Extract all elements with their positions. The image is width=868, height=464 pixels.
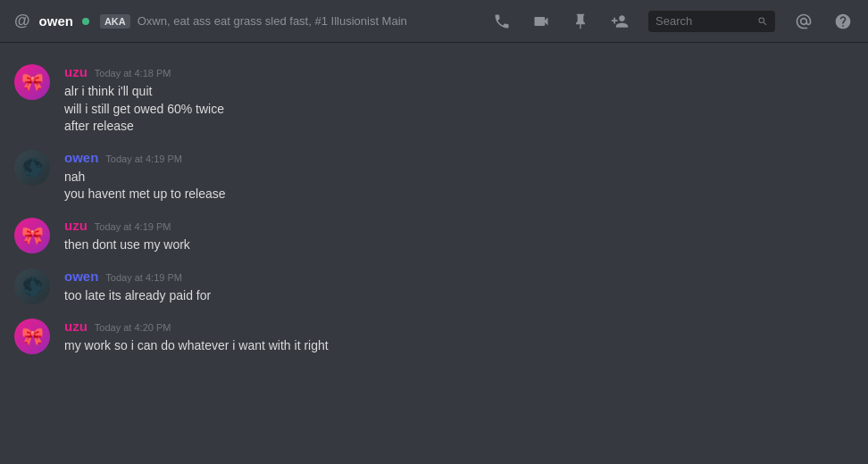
message-content: uzuToday at 4:20 PMmy work so i can do w… bbox=[64, 319, 854, 355]
header-toolbar bbox=[491, 11, 854, 32]
message-text: my work so i can do whatever i want with… bbox=[64, 337, 854, 355]
message-author[interactable]: owen bbox=[64, 150, 98, 165]
message-text: you havent met up to release bbox=[64, 186, 854, 203]
message-header: owenToday at 4:19 PM bbox=[64, 150, 854, 165]
video-call-icon[interactable] bbox=[530, 11, 552, 32]
message-text: too late its already paid for bbox=[64, 287, 854, 305]
message-author[interactable]: uzu bbox=[64, 319, 88, 334]
message-text: nah bbox=[64, 169, 854, 186]
header-username: owen bbox=[39, 13, 73, 29]
mention-icon[interactable] bbox=[793, 11, 814, 32]
message-header: uzuToday at 4:18 PM bbox=[64, 64, 854, 79]
avatar bbox=[14, 269, 50, 304]
avatar bbox=[14, 319, 50, 354]
aka-text: Oxwn, eat ass eat grass sled fast, #1 Il… bbox=[138, 14, 407, 28]
message-header: owenToday at 4:19 PM bbox=[64, 269, 854, 284]
message-timestamp: Today at 4:19 PM bbox=[105, 153, 182, 164]
messages-area: uzuToday at 4:18 PMalr i think i'll quit… bbox=[0, 43, 868, 464]
message-content: uzuToday at 4:19 PMthen dont use my work bbox=[64, 218, 854, 254]
message-group: uzuToday at 4:20 PMmy work so i can do w… bbox=[0, 311, 868, 362]
message-header: uzuToday at 4:20 PM bbox=[64, 319, 854, 334]
message-text: after release bbox=[64, 118, 854, 136]
message-header: uzuToday at 4:19 PM bbox=[64, 218, 854, 233]
avatar bbox=[14, 218, 50, 253]
message-group: owenToday at 4:19 PMnahyou havent met up… bbox=[0, 143, 868, 211]
message-content: uzuToday at 4:18 PMalr i think i'll quit… bbox=[64, 64, 854, 136]
message-content: owenToday at 4:19 PMnahyou havent met up… bbox=[64, 150, 854, 203]
avatar bbox=[14, 150, 50, 186]
phone-call-icon[interactable] bbox=[491, 11, 513, 32]
avatar bbox=[14, 64, 50, 100]
message-group: uzuToday at 4:18 PMalr i think i'll quit… bbox=[0, 57, 868, 143]
message-timestamp: Today at 4:19 PM bbox=[105, 272, 182, 283]
message-timestamp: Today at 4:20 PM bbox=[95, 322, 171, 333]
message-text: will i still get owed 60% twice bbox=[64, 101, 854, 119]
message-author[interactable]: owen bbox=[64, 269, 98, 284]
help-icon[interactable] bbox=[832, 11, 854, 32]
pinned-messages-icon[interactable] bbox=[570, 11, 591, 32]
message-author[interactable]: uzu bbox=[64, 218, 88, 233]
aka-badge: AKA bbox=[100, 14, 130, 29]
message-author[interactable]: uzu bbox=[64, 64, 88, 79]
header: @ owen AKA Oxwn, eat ass eat grass sled … bbox=[0, 0, 868, 43]
message-text: then dont use my work bbox=[64, 236, 854, 254]
message-content: owenToday at 4:19 PMtoo late its already… bbox=[64, 269, 854, 305]
message-group: owenToday at 4:19 PMtoo late its already… bbox=[0, 261, 868, 312]
channel-info: @ owen AKA Oxwn, eat ass eat grass sled … bbox=[14, 12, 484, 30]
search-icon bbox=[757, 15, 768, 28]
search-input[interactable] bbox=[655, 14, 754, 28]
online-indicator bbox=[82, 18, 89, 25]
add-friend-icon[interactable] bbox=[609, 11, 630, 32]
message-timestamp: Today at 4:18 PM bbox=[95, 68, 171, 79]
search-bar[interactable] bbox=[648, 11, 775, 32]
dm-at-icon: @ bbox=[14, 12, 30, 30]
message-timestamp: Today at 4:19 PM bbox=[95, 221, 171, 232]
message-group: uzuToday at 4:19 PMthen dont use my work bbox=[0, 211, 868, 261]
message-text: alr i think i'll quit bbox=[64, 83, 854, 101]
